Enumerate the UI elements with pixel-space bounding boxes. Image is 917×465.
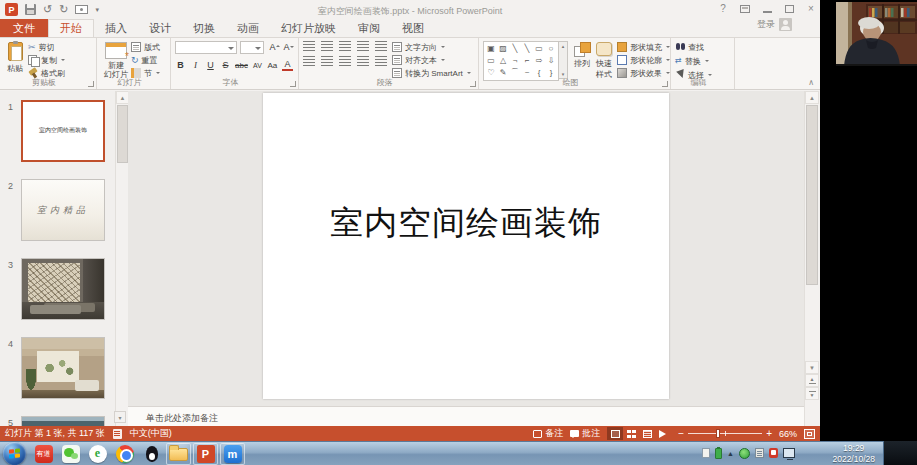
columns-icon[interactable] [375,56,387,66]
thumbnail-image-4[interactable] [21,337,105,399]
restore-button[interactable] [785,5,794,13]
thumbnail-image-1[interactable]: 室内空间绘画装饰 [21,100,105,162]
cut-button[interactable]: ✂ 剪切 [28,41,65,53]
shape-icon[interactable]: ▨ [497,43,509,55]
tab-animations[interactable]: 动画 [226,19,270,37]
taskbar-clock[interactable]: 19:29 2022/10/28 [832,443,875,464]
undo-icon[interactable]: ↺ [43,4,52,15]
text-direction-button[interactable]: 文字方向 [392,41,471,53]
tray-ime-icon[interactable] [702,448,710,458]
thumbnail-slide-3[interactable]: 3 [0,258,115,324]
grow-font-button[interactable]: A [267,43,278,52]
thumbnail-slide-5[interactable]: 5 [0,416,115,426]
taskbar-wechat[interactable] [58,443,83,465]
qat-dropdown-icon[interactable]: ▾ [95,6,99,14]
vertical-scrollbar[interactable]: ▲ ▼ ▲ ▼ [804,91,818,426]
shapes-gallery-scrollbar[interactable]: ▴ ▾ [559,41,568,79]
bold-button[interactable]: B [175,61,186,70]
notes-collapse-icon[interactable]: ▾ [114,411,126,423]
slideshow-view-button[interactable] [655,427,671,440]
slide-editing-area[interactable]: 室内空间绘画装饰 [128,91,804,406]
shadow-button[interactable]: abc [235,62,248,70]
comments-toggle[interactable]: 批注 [570,427,600,440]
numbering-icon[interactable] [321,41,333,51]
scroll-up-icon[interactable]: ▲ [805,91,819,104]
align-right-icon[interactable] [339,56,351,66]
align-text-button[interactable]: 对齐文本 [392,54,471,66]
tray-expand-icon[interactable]: ▲ [727,450,734,457]
clipboard-dialog-launcher[interactable] [88,81,94,87]
shape-icon[interactable]: ╲ [521,43,533,55]
replace-button[interactable]: ⇄ 替换 [675,55,730,67]
close-button[interactable]: × [806,4,816,14]
shape-icon[interactable]: ⌐ [521,55,533,67]
quick-styles-button[interactable]: 快速样式 [593,41,615,81]
font-color-button[interactable]: A [282,60,293,71]
next-slide-button[interactable]: ▼ [805,387,819,400]
normal-view-button[interactable] [607,427,623,440]
scroll-down-icon[interactable]: ▼ [805,361,819,374]
fit-slide-to-window-button[interactable] [804,429,815,439]
shape-outline-button[interactable]: 形状轮廓 [617,54,670,66]
shape-icon[interactable]: ○ [545,43,557,55]
sign-in[interactable]: 登录 [757,18,792,31]
shape-fill-button[interactable]: 形状填充 [617,41,670,53]
font-name-combo[interactable] [175,41,237,54]
align-left-icon[interactable] [303,56,315,66]
paste-button[interactable]: 粘贴 [4,41,26,79]
scrollbar-thumb[interactable] [806,105,818,285]
paragraph-dialog-launcher[interactable] [470,81,476,87]
start-button[interactable] [3,442,26,465]
shape-icon[interactable]: ⇨ [533,55,545,67]
zoom-slider-thumb[interactable] [716,429,720,438]
tray-network-icon[interactable] [783,448,795,458]
thumbnail-slide-1[interactable]: 1 室内空间绘画装饰 [0,100,115,166]
layout-button[interactable]: 版式 [131,41,160,53]
zoom-out-button[interactable]: − [678,429,684,439]
notes-pane[interactable]: ▾ 单击此处添加备注 [128,406,804,426]
justify-icon[interactable] [357,56,369,66]
shrink-font-button[interactable]: A [281,43,292,52]
font-dialog-launcher[interactable] [290,81,296,87]
shapes-gallery[interactable]: ▣ ▨ ╲ ╲ ▭ ○ ▭ △ ¬ ⌐ ⇨ ⇩ ♡ ✎ ⌒ [483,41,559,81]
tab-slideshow[interactable]: 幻灯片放映 [270,19,347,37]
taskbar-powerpoint[interactable]: P [193,443,218,465]
tab-file[interactable]: 文件 [0,19,48,37]
thumbnail-panel-scrollbar[interactable]: ▲ [115,91,128,426]
slide-sorter-view-button[interactable] [623,427,639,440]
previous-slide-button[interactable]: ▲ [805,374,819,387]
strikethrough-button[interactable]: S [220,61,231,70]
shapes-scroll-up-icon[interactable]: ▴ [562,43,565,49]
reading-view-button[interactable] [639,427,655,440]
slide-title-text[interactable]: 室内空间绘画装饰 [271,201,661,246]
line-spacing-icon[interactable] [375,41,387,51]
drawing-dialog-launcher[interactable] [662,81,668,87]
shape-icon[interactable]: ⇩ [545,55,557,67]
increase-indent-icon[interactable] [357,41,369,51]
italic-button[interactable]: I [190,61,201,70]
bullets-icon[interactable] [303,41,315,51]
underline-button[interactable]: U [205,61,216,70]
thumbnail-image-2[interactable]: 室内精品 [21,179,105,241]
thumbnail-image-3[interactable] [21,258,105,320]
tab-design[interactable]: 设计 [138,19,182,37]
align-center-icon[interactable] [321,56,333,66]
show-desktop-button[interactable] [883,441,917,465]
taskbar-file-explorer[interactable] [166,443,191,465]
shape-icon[interactable]: ▭ [485,55,497,67]
tab-insert[interactable]: 插入 [94,19,138,37]
find-button[interactable]: 查找 [675,41,730,53]
thumbnail-image-5[interactable] [21,416,105,426]
spellcheck-icon[interactable] [113,429,122,439]
redo-icon[interactable]: ↻ [59,4,68,15]
tray-antivirus-icon[interactable] [739,448,750,459]
slide[interactable]: 室内空间绘画装饰 [263,93,669,399]
collapse-ribbon-icon[interactable]: ∧ [808,78,814,87]
reset-button[interactable]: ↻ 重置 [131,54,160,66]
change-case-button[interactable]: Aa [267,62,278,70]
tray-notes-icon[interactable] [755,448,764,458]
tray-security-icon[interactable] [769,448,778,458]
shape-icon[interactable]: ▭ [533,43,545,55]
shape-icon[interactable]: ▣ [485,43,497,55]
save-icon[interactable] [25,4,36,15]
